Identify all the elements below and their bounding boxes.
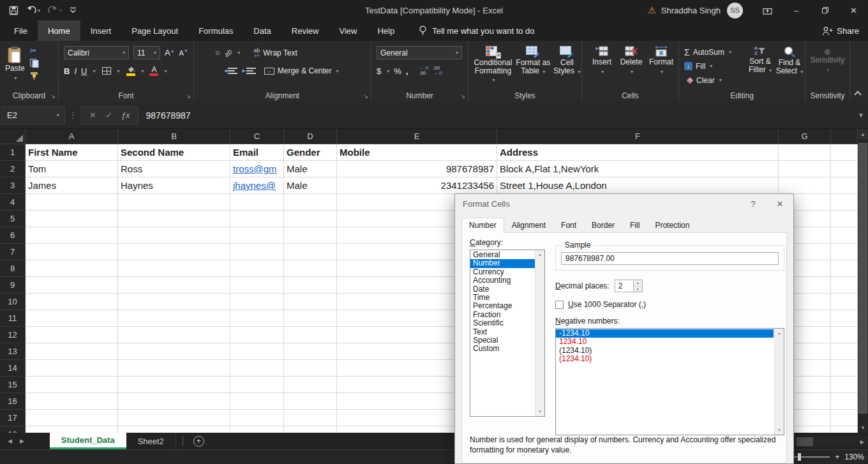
decrease-decimal-icon[interactable]: .00→.0 bbox=[433, 66, 442, 76]
category-option-date[interactable]: Date bbox=[470, 285, 535, 294]
zoom-level[interactable]: 130% bbox=[844, 453, 864, 461]
row-header-6[interactable]: 6 bbox=[0, 227, 26, 244]
cell-C18[interactable] bbox=[230, 426, 284, 433]
cell-D1[interactable]: Gender bbox=[284, 144, 337, 161]
cell-A11[interactable] bbox=[26, 310, 118, 327]
cancel-entry-icon[interactable]: ✕ bbox=[89, 110, 96, 120]
cell-G3[interactable] bbox=[779, 177, 831, 194]
cell-D10[interactable] bbox=[284, 294, 337, 310]
cell-A15[interactable] bbox=[26, 377, 118, 393]
negative-scrollbar[interactable]: ▲ ▼ bbox=[774, 329, 784, 435]
expand-formula-bar-icon[interactable]: ▼ bbox=[858, 112, 868, 119]
format-painter-icon[interactable] bbox=[30, 71, 39, 80]
tab-home[interactable]: Home bbox=[38, 20, 80, 41]
font-size-select[interactable]: 11▾ bbox=[133, 46, 160, 59]
row-header-14[interactable]: 14 bbox=[0, 360, 26, 377]
formula-bar-handle[interactable]: ⋮ bbox=[65, 110, 81, 120]
cell-B9[interactable] bbox=[118, 277, 230, 294]
cell-A8[interactable] bbox=[26, 260, 118, 277]
cell-B12[interactable] bbox=[118, 327, 230, 343]
font-color-dropdown-icon[interactable]: ▾ bbox=[164, 68, 167, 74]
cell-A16[interactable] bbox=[26, 393, 118, 410]
sensitivity-button[interactable]: Sensitivity ▾ bbox=[805, 44, 849, 74]
share-button[interactable]: Share bbox=[822, 26, 859, 36]
cell-X6[interactable] bbox=[831, 227, 858, 244]
cell-B10[interactable] bbox=[118, 294, 230, 310]
cell-A5[interactable] bbox=[26, 211, 118, 227]
cell-B14[interactable] bbox=[118, 360, 230, 377]
cell-X17[interactable] bbox=[831, 410, 858, 426]
cell-B4[interactable] bbox=[118, 194, 230, 211]
cell-B15[interactable] bbox=[118, 377, 230, 393]
decimal-spin-up-icon[interactable]: ▲ bbox=[634, 280, 642, 287]
category-option-custom[interactable]: Custom bbox=[470, 345, 535, 353]
upload-warning-icon[interactable]: ⚠ bbox=[643, 5, 661, 15]
fill-button[interactable]: ↓ Fill ▾ bbox=[684, 59, 745, 73]
bold-button[interactable]: B bbox=[64, 66, 70, 76]
cell-X9[interactable] bbox=[831, 277, 858, 294]
cell-X7[interactable] bbox=[831, 244, 858, 260]
cell-D18[interactable] bbox=[284, 426, 337, 433]
cell-C13[interactable] bbox=[230, 343, 284, 360]
redo-icon[interactable]: ▾ bbox=[45, 4, 64, 16]
autosum-button[interactable]: Σ AutoSum ▾ bbox=[684, 45, 745, 59]
category-option-text[interactable]: Text bbox=[470, 328, 535, 336]
cell-C11[interactable] bbox=[230, 310, 284, 327]
tab-file[interactable]: File bbox=[0, 20, 38, 41]
cell-B11[interactable] bbox=[118, 310, 230, 327]
align-top-icon[interactable] bbox=[199, 51, 203, 55]
cell-X16[interactable] bbox=[831, 393, 858, 410]
scroll-down-icon[interactable]: ▼ bbox=[858, 423, 868, 433]
row-header-13[interactable]: 13 bbox=[0, 343, 26, 360]
wrap-text-button[interactable]: ab ↩ Wrap Text bbox=[253, 48, 297, 58]
cell-C7[interactable] bbox=[230, 244, 284, 260]
cell-B3[interactable]: Haynes bbox=[118, 177, 230, 194]
cell-X15[interactable] bbox=[831, 377, 858, 393]
zoom-in-icon[interactable]: + bbox=[835, 453, 839, 461]
tell-me-box[interactable]: Tell me what you want to do bbox=[419, 26, 534, 36]
paste-dropdown-icon[interactable]: ▾ bbox=[14, 74, 17, 82]
cell-C1[interactable]: Email bbox=[230, 144, 284, 161]
horizontal-scrollbar-thumb[interactable] bbox=[797, 437, 813, 446]
name-box[interactable]: E2 ▾ bbox=[1, 107, 65, 124]
cell-C16[interactable] bbox=[230, 393, 284, 410]
orientation-icon[interactable]: ab bbox=[223, 47, 234, 58]
cell-A17[interactable] bbox=[26, 410, 118, 426]
save-icon[interactable] bbox=[6, 4, 21, 17]
confirm-entry-icon[interactable]: ✓ bbox=[105, 110, 112, 120]
decimal-places-stepper[interactable]: 2 ▲ ▼ bbox=[615, 280, 643, 292]
cell-A10[interactable] bbox=[26, 294, 118, 310]
decrease-indent-icon[interactable]: ◀ bbox=[224, 68, 237, 75]
align-right-icon[interactable] bbox=[216, 69, 220, 73]
tab-help[interactable]: Help bbox=[367, 20, 405, 41]
formula-input[interactable]: 987678987 bbox=[138, 110, 858, 121]
sort-filter-button[interactable]: AZ Sort &Filter ▾ bbox=[745, 44, 775, 87]
underline-button[interactable]: U bbox=[81, 66, 87, 76]
category-option-special[interactable]: Special bbox=[470, 336, 535, 345]
negative-scroll-down-icon[interactable]: ▼ bbox=[775, 426, 784, 435]
sheet-tab-sheet2[interactable]: Sheet2 bbox=[126, 433, 176, 449]
cell-C8[interactable] bbox=[230, 260, 284, 277]
cell-E3[interactable]: 2341233456 bbox=[337, 177, 497, 194]
fill-color-dropdown-icon[interactable]: ▾ bbox=[141, 68, 144, 74]
category-scroll-up-icon[interactable]: ▲ bbox=[535, 250, 544, 259]
row-header-12[interactable]: 12 bbox=[0, 327, 26, 343]
merge-center-button[interactable]: ↔ Merge & Center ▾ bbox=[264, 66, 339, 75]
cell-A7[interactable] bbox=[26, 244, 118, 260]
cell-D17[interactable] bbox=[284, 410, 337, 426]
category-option-fraction[interactable]: Fraction bbox=[470, 311, 535, 319]
merge-center-dropdown-icon[interactable]: ▾ bbox=[336, 68, 338, 74]
row-header-16[interactable]: 16 bbox=[0, 393, 26, 410]
negative-option-0[interactable]: -1234.10 bbox=[556, 329, 774, 338]
align-center-icon[interactable] bbox=[207, 69, 211, 73]
cell-B13[interactable] bbox=[118, 343, 230, 360]
cell-B16[interactable] bbox=[118, 393, 230, 410]
percent-style-icon[interactable]: % bbox=[394, 66, 401, 76]
cell-F1[interactable]: Address bbox=[497, 144, 779, 161]
cell-D3[interactable]: Male bbox=[284, 177, 337, 194]
new-sheet-icon[interactable]: + bbox=[193, 436, 204, 447]
sheet-tab-student_data[interactable]: Student_Data bbox=[50, 433, 126, 449]
cell-C12[interactable] bbox=[230, 327, 284, 343]
row-header-9[interactable]: 9 bbox=[0, 277, 26, 294]
cell-A6[interactable] bbox=[26, 227, 118, 244]
